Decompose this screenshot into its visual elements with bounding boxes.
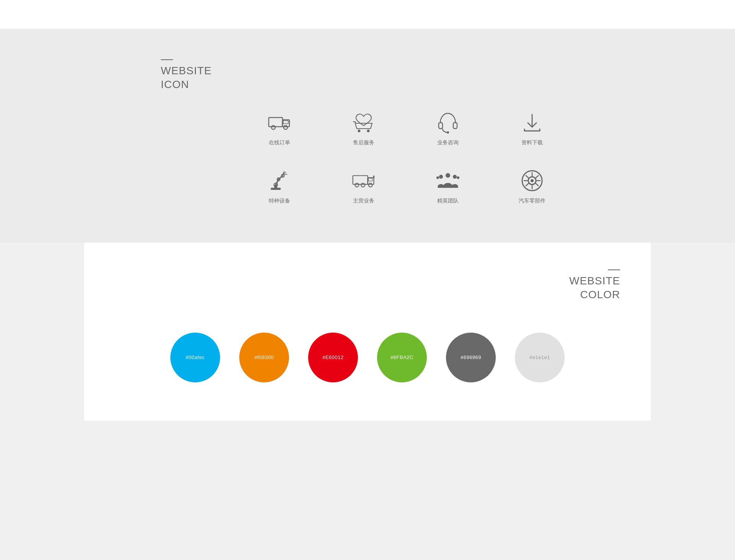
svg-rect-25 [373, 176, 375, 178]
bottom-area [0, 421, 735, 536]
color-palette: #00afec #f08300 #E60012 #6FBA2C #696969 … [115, 333, 620, 382]
color-section-wrapper: WEBSITE COLOR #00afec #f08300 #E60012 #6… [0, 243, 735, 560]
color-label-red: #E60012 [322, 354, 344, 360]
svg-point-6 [358, 130, 361, 132]
icon-label-auto-parts: 汽车零部件 [519, 198, 546, 204]
svg-point-3 [271, 126, 275, 129]
icon-item-elite-team: 精英团队 [406, 169, 490, 204]
headset-icon [436, 111, 459, 134]
svg-point-26 [355, 183, 359, 187]
svg-point-36 [531, 179, 534, 182]
icon-label-special-equipment: 特种设备 [269, 198, 290, 204]
top-bar [0, 0, 735, 29]
icon-label-business-consult: 业务咨询 [437, 139, 459, 146]
icon-item-main-business: 主营业务 [322, 169, 406, 204]
color-label-orange: #f08300 [255, 354, 274, 360]
svg-rect-8 [439, 122, 443, 129]
icon-label-data-download: 资料下载 [521, 139, 543, 146]
svg-point-4 [284, 126, 287, 129]
color-section-card: WEBSITE COLOR #00afec #f08300 #E60012 #6… [84, 243, 651, 421]
svg-rect-22 [353, 176, 368, 184]
website-icon-label: WEBSITE ICON [161, 59, 574, 92]
wheel-icon [521, 169, 544, 192]
truck-big-icon [352, 169, 375, 192]
svg-rect-2 [283, 121, 288, 124]
icon-item-data-download: 资料下载 [490, 111, 574, 146]
svg-point-10 [447, 131, 449, 134]
icon-item-online-order: 在线订单 [237, 111, 322, 146]
svg-point-33 [457, 176, 459, 179]
icon-item-after-sales: 售后服务 [322, 111, 406, 146]
svg-point-28 [369, 183, 372, 187]
website-color-label: WEBSITE COLOR [115, 269, 620, 302]
robot-arm-icon [268, 169, 291, 192]
icon-label-elite-team: 精英团队 [437, 198, 459, 204]
svg-line-44 [526, 175, 529, 178]
svg-rect-0 [269, 118, 283, 127]
color-label-blue: #00afec [186, 354, 205, 360]
svg-line-40 [535, 183, 539, 186]
color-swatch-green: #6FBA2C [377, 333, 427, 382]
svg-point-31 [453, 175, 457, 179]
svg-point-32 [436, 176, 439, 179]
icon-item-business-consult: 业务咨询 [406, 111, 490, 146]
download-icon [521, 111, 544, 134]
icon-label-online-order: 在线订单 [269, 139, 290, 146]
svg-point-29 [446, 173, 450, 178]
team-icon [436, 169, 459, 192]
icon-label-main-business: 主营业务 [353, 198, 374, 204]
icons-grid: 在线订单 售后服务 [237, 111, 574, 204]
color-label-green: #6FBA2C [390, 354, 413, 360]
svg-rect-9 [453, 122, 457, 129]
label-line-icon [161, 59, 173, 60]
icon-item-auto-parts: 汽车零部件 [490, 169, 574, 204]
color-label-gray-dark: #696969 [461, 354, 481, 360]
label-line-color [608, 269, 620, 270]
website-color-title: WEBSITE COLOR [115, 274, 620, 302]
svg-point-27 [361, 183, 365, 187]
color-swatch-gray-light: #e1e1e1 [515, 333, 565, 382]
svg-point-7 [367, 130, 370, 132]
svg-line-42 [526, 183, 529, 186]
svg-line-38 [535, 175, 539, 178]
svg-line-16 [279, 176, 283, 179]
icon-label-after-sales: 售后服务 [353, 139, 374, 146]
color-swatch-gray-dark: #696969 [446, 333, 496, 382]
cart-heart-icon [352, 111, 375, 134]
svg-point-30 [439, 175, 443, 179]
svg-rect-24 [368, 178, 372, 181]
color-swatch-red: #E60012 [308, 333, 358, 382]
color-label-gray-light: #e1e1e1 [529, 354, 550, 360]
truck-icon [268, 111, 291, 134]
icon-item-special-equipment: 特种设备 [237, 169, 322, 204]
website-icon-title: WEBSITE ICON [161, 64, 574, 92]
icon-section: WEBSITE ICON [0, 29, 735, 243]
color-swatch-orange: #f08300 [239, 333, 289, 382]
color-swatch-blue: #00afec [170, 333, 220, 382]
